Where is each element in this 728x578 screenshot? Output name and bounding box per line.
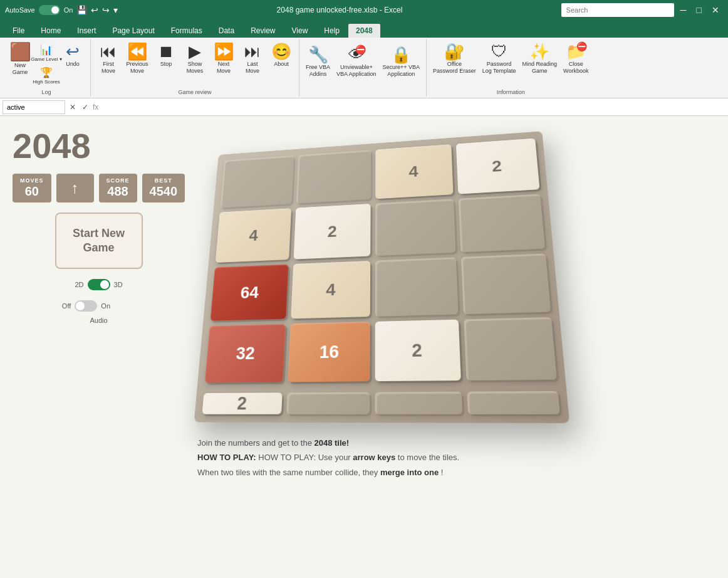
arrow-box: ↑ — [56, 174, 94, 202]
high-scores-button[interactable]: 🏆 High Scores — [35, 65, 58, 86]
log-group-label: Log — [41, 88, 51, 95]
tile-r1c2 — [375, 199, 455, 256]
restore-button[interactable]: □ — [693, 5, 705, 15]
howtoplay-label: HOW TO PLAY: — [197, 453, 256, 462]
score-box: SCORE 488 — [99, 174, 137, 202]
office-password-button[interactable]: 🔐 OfficePassword Eraser — [430, 41, 479, 87]
tab-file[interactable]: File — [5, 24, 32, 38]
formula-separator: fx — [93, 103, 98, 112]
redo-icon[interactable]: ↪ — [102, 5, 110, 15]
formula-confirm-button[interactable]: ✓ — [80, 103, 90, 112]
about-button[interactable]: 😊 About — [268, 41, 295, 87]
sidebar: 2048 MOVES 60 ↑ SCORE 488 BEST 4540 Star… — [13, 129, 185, 571]
tile-r3c2: 2 — [375, 320, 461, 382]
tab-insert[interactable]: Insert — [70, 24, 103, 38]
close-workbook-button[interactable]: 📁⛔ CloseWorkbook — [561, 41, 591, 87]
moves-value: 60 — [20, 184, 44, 199]
secure-vba-label: Secure++ VBAApplication — [383, 64, 420, 78]
toggle-audio[interactable] — [75, 300, 97, 312]
undo-icon[interactable]: ↩ — [91, 5, 98, 15]
name-box[interactable] — [3, 100, 65, 114]
title-bar: AutoSave On 💾 ↩ ↪ ▾ 2048 game unlocked-f… — [0, 0, 728, 20]
tile-r5c3 — [467, 391, 559, 414]
undo-icon-ribbon: ↩ — [66, 43, 80, 60]
ribbon-log-small-btns: 📊 Game Level ▾ 🏆 High Scores — [35, 42, 58, 86]
tab-help[interactable]: Help — [316, 24, 347, 38]
tile-r5c1 — [286, 392, 370, 414]
previous-move-label: PreviousMove — [126, 61, 148, 75]
tab-home[interactable]: Home — [33, 24, 68, 38]
tile-r3c0: 32 — [205, 323, 286, 382]
last-move-button[interactable]: ⏭ LastMove — [239, 41, 266, 87]
new-game-icon: 🟫 — [9, 43, 31, 61]
tab-view[interactable]: View — [284, 24, 316, 38]
instructions-line1-pre: Join the numbers and get to the — [197, 438, 314, 448]
secure-vba-button[interactable]: 🔒 Secure++ VBAApplication — [380, 45, 423, 90]
last-move-icon: ⏭ — [244, 43, 261, 60]
toggle-2d3d[interactable] — [88, 279, 110, 290]
autosave-label: AutoSave — [5, 6, 35, 14]
next-move-button[interactable]: ⏩ NextMove — [210, 41, 237, 87]
undo-button[interactable]: ↩ Undo — [59, 41, 86, 87]
next-move-icon: ⏩ — [214, 43, 234, 60]
password-log-button[interactable]: 🛡 PasswordLog Template — [480, 41, 519, 87]
autosave-toggle[interactable] — [39, 5, 60, 15]
tab-page-layout[interactable]: Page Layout — [105, 24, 162, 38]
tile-r3c1: 16 — [288, 322, 370, 382]
toggle-2d3d-knob — [100, 280, 109, 289]
toggle-audio-row: Off On Audio — [62, 300, 135, 324]
save-icon[interactable]: 💾 — [76, 5, 87, 15]
game-level-icon: 📊 — [40, 44, 53, 56]
next-move-label: NextMove — [217, 61, 231, 75]
close-button[interactable]: ✕ — [708, 5, 723, 15]
new-game-button[interactable]: 🟫 NewGame — [6, 41, 34, 87]
ribbon-group-log: 🟫 NewGame 📊 Game Level ▾ 🏆 High Scores ↩… — [3, 39, 91, 97]
tab-2048[interactable]: 2048 — [348, 24, 380, 38]
office-password-icon: 🔐 — [444, 43, 464, 60]
unviewable-label: Unviewable+VBA Application — [336, 64, 377, 78]
tile-r1c3 — [459, 194, 545, 253]
previous-move-button[interactable]: ⏪ PreviousMove — [123, 41, 151, 87]
tile-r4c2 — [375, 386, 462, 387]
instructions-line1: Join the numbers and get to the 2048 til… — [197, 436, 459, 450]
toggle-audio-off-label: Off — [62, 302, 71, 310]
formula-cancel-button[interactable]: ✕ — [68, 103, 78, 112]
instructions-line2-post: to move the tiles. — [395, 453, 459, 462]
tile-r5c2 — [375, 392, 463, 414]
about-label: About — [274, 61, 289, 68]
instructions-arrow-keys: arrow keys — [353, 453, 395, 462]
tile-r4c3 — [467, 386, 558, 386]
tab-formulas[interactable]: Formulas — [164, 24, 210, 38]
game-level-button[interactable]: 📊 Game Level ▾ — [35, 42, 58, 63]
start-new-game-button[interactable]: Start New Game — [55, 213, 143, 269]
moves-box: MOVES 60 — [13, 174, 51, 202]
high-scores-icon: 🏆 — [40, 66, 53, 78]
show-moves-button[interactable]: ▶ ShowMoves — [181, 41, 209, 87]
customize-icon[interactable]: ▾ — [113, 5, 118, 15]
game-review-label: Game review — [178, 88, 211, 95]
unviewable-button[interactable]: 👁⛔ Unviewable+VBA Application — [334, 45, 379, 90]
best-value: 4540 — [150, 184, 178, 199]
game-level-label: Game Level ▾ — [31, 56, 61, 62]
instructions-line2: HOW TO PLAY: HOW TO PLAY: Use your arrow… — [197, 450, 459, 465]
first-move-icon: ⏮ — [100, 43, 117, 60]
about-icon: 😊 — [271, 43, 291, 60]
tab-review[interactable]: Review — [243, 24, 283, 38]
tile-r2c0: 64 — [211, 264, 289, 320]
tab-data[interactable]: Data — [211, 24, 242, 38]
minimize-button[interactable]: ─ — [677, 5, 690, 15]
instructions-merge: merge into one — [380, 468, 439, 477]
arrow-icon: ↑ — [71, 179, 79, 197]
search-input[interactable] — [561, 3, 674, 17]
autosave-knob — [51, 6, 59, 14]
tile-r2c3 — [461, 253, 551, 314]
mind-reading-button[interactable]: ✨ Mind ReadingGame — [520, 41, 560, 87]
mind-reading-label: Mind ReadingGame — [523, 61, 558, 75]
game-title: 2048 — [13, 129, 91, 164]
first-move-button[interactable]: ⏮ FirstMove — [95, 41, 122, 87]
office-password-label: OfficePassword Eraser — [433, 61, 476, 75]
formula-input[interactable] — [101, 102, 725, 112]
stop-button[interactable]: ⏹ Stop — [152, 41, 180, 87]
free-vba-button[interactable]: 🔧 Free VBAAddins — [303, 45, 333, 90]
secure-vba-icon: 🔒 — [391, 46, 411, 63]
